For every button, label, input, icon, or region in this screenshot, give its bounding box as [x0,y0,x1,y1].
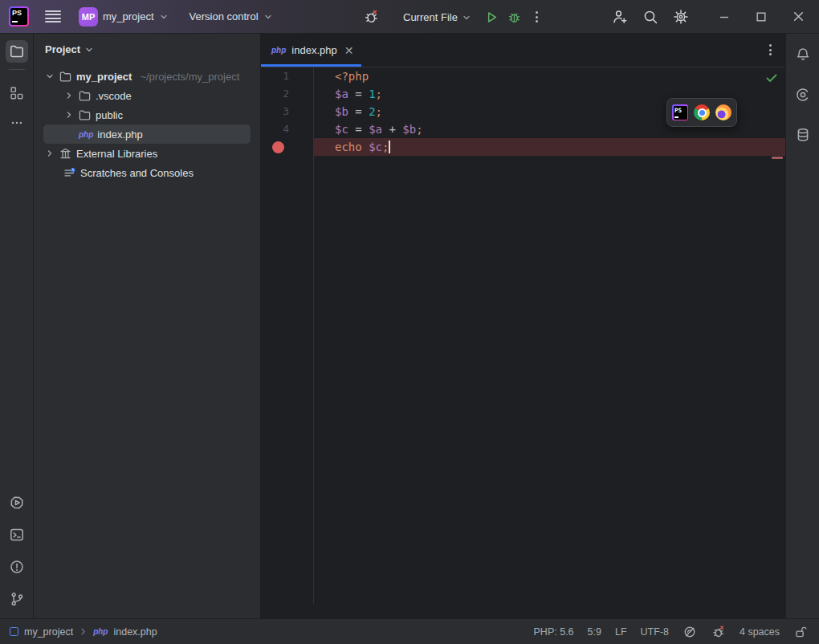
vcs-widget[interactable]: Version control [185,7,278,26]
code-line-breakpoint[interactable]: echo $c; [261,138,785,156]
minimize-icon[interactable] [713,6,735,28]
php-version-widget[interactable]: PHP: 5.6 [534,626,574,638]
breadcrumb: my_project php index.php [10,626,157,638]
module-icon [10,627,18,636]
chevron-right-icon [79,627,88,636]
editor-options-icon[interactable] [769,44,772,55]
run-configuration-label: Current File [403,11,458,23]
chevron-right-icon[interactable] [64,110,74,120]
main-menu-button[interactable] [45,10,61,23]
debug-button[interactable] [503,6,526,28]
chrome-icon[interactable] [694,104,710,120]
tree-item-my-project[interactable]: my_project ~/projects/my_project [34,67,260,86]
chevron-down-icon [462,13,471,22]
project-widget[interactable]: MP my_project [74,4,173,30]
open-in-browser-popup: PS [666,98,737,127]
phpstorm-logo: PS [9,6,29,26]
settings-gear-icon[interactable] [670,6,692,28]
unlocked-icon[interactable] [793,625,808,639]
encoding-widget[interactable]: UTF-8 [641,626,669,638]
tree-item-label: Scratches and Consoles [80,167,194,179]
tree-item-public[interactable]: public [34,105,260,124]
tab-close-icon[interactable]: ✕ [344,45,354,56]
maximize-icon[interactable] [750,6,772,28]
tab-label: index.php [291,44,336,56]
status-bar: my_project php index.php PHP: 5.6 5:9 LF… [0,618,819,644]
line-separator-widget[interactable]: LF [615,626,627,638]
line-number[interactable]: 1 [261,67,313,85]
project-panel-header[interactable]: Project [34,39,260,62]
caret-position-widget[interactable]: 5:9 [588,626,601,638]
problems-icon [9,559,25,575]
more-tool-windows-button[interactable] [6,112,28,134]
chevron-down-icon [84,45,94,55]
text-caret [389,141,390,153]
database-icon [795,127,811,143]
right-tool-stripe [785,34,819,618]
tree-item-scratches[interactable]: Scratches and Consoles [34,163,260,182]
notifications-button[interactable] [792,43,814,66]
project-name: my_project [103,10,154,22]
divider [9,69,25,70]
run-tool-button[interactable] [6,491,28,514]
tree-item-label: .vscode [96,90,132,102]
breadcrumb-file[interactable]: index.php [113,626,157,638]
git-tool-button[interactable] [6,588,28,610]
php-file-icon: php [271,46,286,55]
line-number[interactable]: 3 [261,103,313,120]
chevron-down-icon [263,12,273,22]
database-button[interactable] [792,124,814,146]
line-number[interactable] [261,138,313,156]
left-tool-stripe [0,34,34,618]
tree-item-label: public [96,109,123,121]
code-area[interactable]: 1 <?php 2 $a = 1; 3 $b = 2; 4 $c = $a + … [261,67,785,618]
folder-icon [78,89,92,103]
tree-item-index-php[interactable]: php index.php [43,124,251,144]
library-icon [59,147,72,161]
structure-tool-button[interactable] [6,81,28,104]
project-tool-button[interactable] [6,40,28,63]
chevron-right-icon[interactable] [64,91,74,100]
highlighting-level-icon[interactable] [682,625,697,639]
error-stripe-mark[interactable] [772,157,783,159]
chevron-down-icon[interactable] [45,71,55,81]
search-icon[interactable] [639,6,662,28]
debugger-disabled-icon[interactable] [711,624,726,639]
project-panel-title: Project [45,43,80,55]
run-button[interactable] [481,6,503,28]
breakpoint-icon[interactable] [272,141,284,153]
ai-assistant-button[interactable] [792,84,814,106]
phpstorm-icon[interactable]: PS [672,104,688,120]
tree-item-vscode[interactable]: .vscode [34,86,260,105]
line-number[interactable]: 2 [261,85,313,103]
editor: php index.php ✕ 1 <?php 2 $a = 1; 3 $b =… [261,34,785,618]
breadcrumb-project[interactable]: my_project [24,626,73,638]
tab-index-php[interactable]: php index.php ✕ [261,34,361,67]
terminal-icon [9,527,25,543]
php-file-icon: php [79,130,93,139]
more-icon[interactable] [526,6,548,28]
debugger-unavailable-icon[interactable] [360,6,382,28]
add-user-icon[interactable] [609,6,631,28]
terminal-tool-button[interactable] [6,524,28,546]
tree-item-path: ~/projects/my_project [140,71,239,83]
title-bar: PS MP my_project Version control Cur [0,0,819,34]
chevron-right-icon[interactable] [45,149,55,158]
firefox-icon[interactable] [715,104,731,120]
ai-assistant-icon [795,87,811,103]
tree-item-label: index.php [97,128,142,141]
indent-widget[interactable]: 4 spaces [740,626,780,638]
phpstorm-logo-text: PS [12,10,22,17]
tree-item-external-libraries[interactable]: External Libraries [34,144,260,163]
more-tools-icon [10,116,24,130]
line-number[interactable]: 4 [261,120,313,138]
git-branch-icon [9,591,25,607]
structure-icon [9,85,24,100]
inspection-ok-icon[interactable] [765,71,778,84]
problems-tool-button[interactable] [6,556,28,578]
run-configuration-selector[interactable]: Current File [403,11,471,23]
code-line[interactable]: 1 <?php [261,67,785,85]
folder-icon [9,43,25,59]
tree-item-label: External Libraries [76,148,157,160]
close-icon[interactable] [787,6,809,28]
